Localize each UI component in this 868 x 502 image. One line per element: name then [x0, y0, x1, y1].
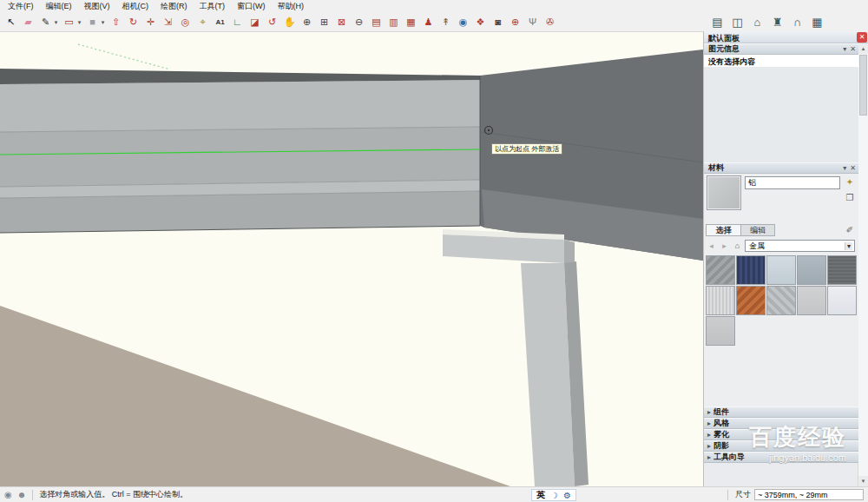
move-tool[interactable]: ✛ — [143, 15, 158, 30]
microphone-icon[interactable]: Ψ — [525, 15, 540, 30]
position-camera-tool[interactable]: ♟ — [421, 15, 436, 30]
measurements: 尺寸 — [727, 489, 864, 500]
image-tool[interactable]: ❖ — [473, 15, 488, 30]
stairs-icon[interactable]: ▦ — [810, 15, 825, 30]
style-swatch[interactable]: ■ — [85, 15, 100, 30]
text-tool[interactable]: A1 — [213, 15, 227, 30]
swatch-metal-blue-gray[interactable] — [797, 255, 826, 285]
scale-tool[interactable]: ⇲ — [161, 15, 175, 30]
lamp-icon[interactable]: ♜ — [770, 15, 785, 30]
material-name-input[interactable] — [745, 176, 840, 189]
rectangle-tool[interactable]: ▭ — [62, 15, 76, 30]
select-tool[interactable]: ↖ — [3, 15, 18, 30]
swatch-metal-speckled[interactable] — [797, 286, 826, 315]
chevron-down-icon[interactable]: ▾ — [845, 242, 852, 250]
eyedropper-button[interactable]: ✐ — [843, 223, 857, 236]
zoom-tool[interactable]: ⊕ — [299, 15, 314, 30]
tray-section-label: 阴影 — [713, 440, 729, 452]
entity-info-header[interactable]: 图元信息 ▾ ✕ — [704, 43, 858, 55]
walk-tool[interactable]: ↟ — [438, 15, 453, 30]
tray-section-fog[interactable]: ▸ 雾化 — [704, 429, 858, 440]
menu-item[interactable]: 窗口(W) — [231, 0, 272, 13]
section-fill-tool[interactable]: ▥ — [386, 15, 401, 30]
swatch-metal-blue-weave[interactable] — [736, 255, 766, 285]
swatch-metal-pale-blue[interactable] — [766, 255, 796, 285]
close-icon[interactable]: ✕ — [850, 45, 856, 53]
shape-dropdown-caret-icon[interactable]: ▾ — [76, 15, 82, 30]
look-around-tool[interactable]: ◉ — [456, 15, 470, 30]
tray-section-shadows[interactable]: ▸ 阴影 — [704, 440, 858, 452]
style-dropdown-caret-icon[interactable]: ▾ — [100, 15, 106, 30]
menu-item[interactable]: 工具(T) — [194, 0, 232, 13]
orbit-tool[interactable]: ↺ — [265, 15, 279, 30]
zoom-previous-tool[interactable]: ⊖ — [352, 15, 366, 30]
ime-language[interactable]: 英 — [536, 489, 545, 501]
menu-item[interactable]: 编辑(E) — [40, 0, 78, 13]
close-icon[interactable]: ✕ — [850, 164, 856, 172]
swatch-metal-diamond-plate[interactable] — [706, 255, 735, 285]
pan-tool[interactable]: ✋ — [282, 15, 297, 30]
status-hint: 选择对角或输入值。 Ctrl = 围绕中心绘制。 — [39, 489, 187, 500]
extension-icon[interactable]: ✇ — [542, 15, 557, 30]
home-icon[interactable]: ⌂ — [750, 15, 765, 30]
scroll-down-icon[interactable]: ▾ — [858, 476, 868, 486]
swatch-metal-dark-rough[interactable] — [827, 255, 857, 285]
swatch-metal-aluminum[interactable] — [706, 316, 735, 346]
measurements-input[interactable] — [754, 489, 864, 500]
materials-header[interactable]: 材料 ▾ ✕ — [704, 162, 858, 174]
rotate-tool[interactable]: ↻ — [126, 15, 141, 30]
match-photo-tool[interactable]: ◙ — [490, 15, 505, 30]
section-display-tool[interactable]: ▦ — [404, 15, 418, 30]
tape-measure-tool[interactable]: ⌖ — [195, 15, 210, 30]
collapse-icon[interactable]: ▾ — [843, 164, 846, 172]
ime-bar: 英 ☽ ⚙ — [531, 489, 576, 501]
offset-tool[interactable]: ◎ — [178, 15, 193, 30]
line-dropdown-caret-icon[interactable]: ▾ — [53, 15, 59, 30]
warehouse-shelf-icon[interactable]: ▤ — [710, 15, 725, 30]
geolocation-icon[interactable]: ◉ — [4, 490, 12, 499]
home-icon[interactable]: ⌂ — [732, 241, 743, 252]
swatch-metal-white-panel[interactable] — [827, 286, 857, 315]
moon-icon[interactable]: ☽ — [550, 491, 558, 500]
back-icon[interactable]: ◂ — [706, 241, 717, 252]
eraser-tool[interactable]: ▰ — [21, 15, 36, 30]
section-plane-tool[interactable]: ▤ — [369, 15, 384, 30]
zoom-extents-tool[interactable]: ⊠ — [334, 15, 349, 30]
viewport-3d[interactable]: 以点为起点 外部激活 — [0, 32, 703, 486]
scroll-up-icon[interactable]: ▴ — [858, 43, 868, 54]
create-material-button[interactable]: ✦ — [843, 175, 857, 188]
panel-scrollbar[interactable]: ▴ ▾ — [858, 43, 868, 486]
materials-tab[interactable]: 编辑 — [740, 224, 775, 236]
close-icon[interactable]: ✕ — [857, 32, 867, 43]
line-tool[interactable]: ✎ — [38, 15, 53, 30]
zoom-window-tool[interactable]: ⊞ — [317, 15, 332, 30]
pushpull-tool[interactable]: ⇧ — [108, 15, 123, 30]
tray-section-styles[interactable]: ▸ 风格 — [704, 418, 858, 429]
menu-item[interactable]: 视图(V) — [78, 0, 116, 13]
collapse-icon[interactable]: ▾ — [843, 45, 846, 53]
tray-section-components[interactable]: ▸ 组件 — [704, 406, 858, 418]
scrollbar-thumb[interactable] — [859, 55, 867, 116]
axes-tool[interactable]: ∟ — [230, 15, 245, 30]
cabinet-icon[interactable]: ◫ — [730, 15, 745, 30]
menu-item[interactable]: 帮助(H) — [272, 0, 311, 13]
secondary-pane-button[interactable]: ❐ — [843, 191, 857, 204]
menu-item[interactable]: 相机(C) — [116, 0, 155, 13]
menu-item[interactable]: 文件(F) — [2, 0, 40, 13]
menu-item[interactable]: 绘图(R) — [155, 0, 194, 13]
material-category-select[interactable]: 金属 ▾ — [745, 240, 855, 252]
menubar: 文件(F) 编辑(E) 视图(V) 相机(C) 绘图(R) 工具(T) 窗口(W… — [0, 0, 868, 13]
materials-tab[interactable]: 选择 — [706, 224, 740, 236]
zoom-selection-tool[interactable]: ⊕ — [508, 15, 523, 30]
swatch-metal-copper[interactable] — [736, 286, 766, 315]
panel-content: 图元信息 ▾ ✕ 没有选择内容 材料 ▾ ✕ ✦ ❐ ✐ — [704, 43, 858, 486]
account-icon[interactable]: ☻ — [17, 490, 27, 499]
arch-icon[interactable]: ∩ — [790, 15, 805, 30]
paint-bucket-tool[interactable]: ◪ — [247, 15, 262, 30]
tray-section-instructor[interactable]: ▸ 工具向导 — [704, 452, 858, 463]
gear-icon[interactable]: ⚙ — [563, 491, 571, 500]
swatch-metal-brushed[interactable] — [706, 286, 735, 315]
swatch-metal-diamond-silver[interactable] — [766, 286, 796, 315]
forward-icon[interactable]: ▸ — [719, 241, 730, 252]
toolbar-right-group: ▤ ◫ ⌂ ♜ ∩ ▦ — [710, 15, 825, 30]
